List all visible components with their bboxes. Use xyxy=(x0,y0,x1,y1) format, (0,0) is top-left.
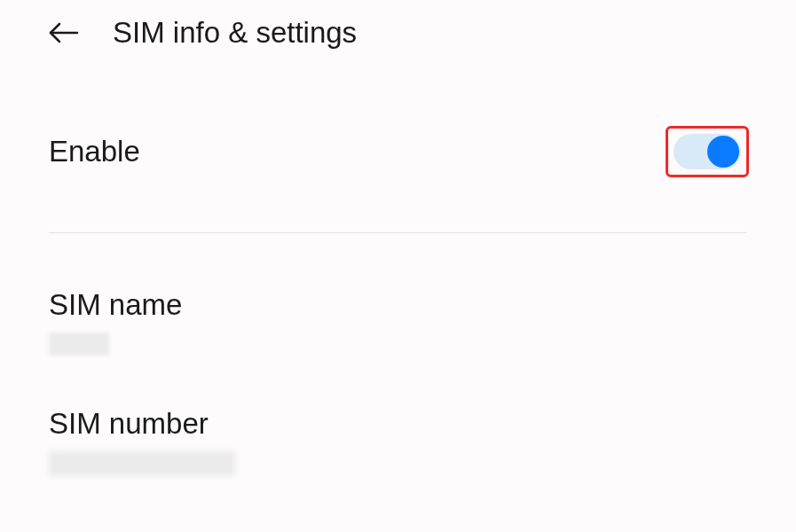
sim-number-value xyxy=(49,451,235,476)
enable-toggle[interactable] xyxy=(674,134,741,169)
content: Enable SIM name SIM number xyxy=(0,66,796,476)
back-button[interactable] xyxy=(49,18,79,48)
sim-number-label: SIM number xyxy=(49,407,747,441)
header: SIM info & settings xyxy=(0,0,796,66)
sim-number-item[interactable]: SIM number xyxy=(49,356,747,476)
sim-name-item[interactable]: SIM name xyxy=(49,233,747,356)
sim-name-label: SIM name xyxy=(49,288,747,322)
sim-name-value xyxy=(49,332,109,356)
toggle-thumb xyxy=(707,136,739,168)
toggle-highlight xyxy=(666,126,749,177)
arrow-left-icon xyxy=(49,22,79,43)
enable-row: Enable xyxy=(49,66,747,233)
enable-label: Enable xyxy=(49,135,140,168)
page-title: SIM info & settings xyxy=(113,16,357,50)
